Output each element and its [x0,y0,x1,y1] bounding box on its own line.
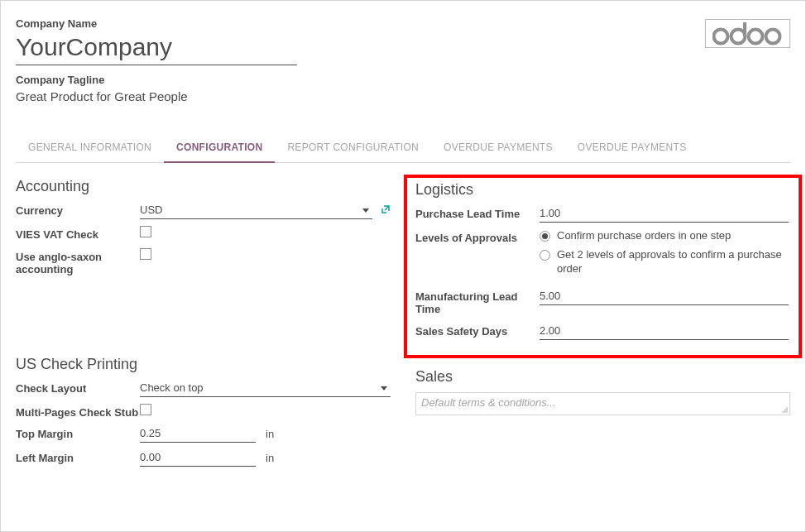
check-layout-label: Check Layout [16,380,140,395]
currency-select[interactable] [140,202,372,219]
sales-safety-input[interactable] [540,323,789,340]
tab-overdue-payments-1[interactable]: Overdue Payments [431,135,565,162]
tabs-bar: General Information Configuration Report… [16,120,790,163]
left-column: Accounting Currency VIES VAT Check [16,178,391,473]
accounting-title: Accounting [16,178,391,195]
check-layout-select[interactable] [140,380,391,397]
tab-overdue-payments-2[interactable]: Overdue Payments [565,135,699,162]
tab-general-information[interactable]: General Information [16,135,164,162]
vies-vat-checkbox[interactable] [140,226,151,237]
company-tagline-input[interactable] [16,88,347,105]
radio-unchecked-icon [540,250,550,261]
top-margin-input[interactable] [140,425,256,443]
svg-rect-4 [743,22,746,36]
odoo-logo [705,19,790,48]
sales-safety-row: Sales Safety Days [415,323,789,340]
purchase-lead-row: Purchase Lead Time [415,205,789,223]
anglo-saxon-label: Use anglo-saxon accounting [16,248,140,276]
default-terms-placeholder: Default terms & conditions... [421,396,556,409]
left-margin-row: Left Margin in [16,449,391,467]
svg-point-0 [714,30,728,44]
tab-configuration[interactable]: Configuration [164,135,275,163]
anglo-saxon-checkbox[interactable] [140,248,151,260]
svg-point-2 [766,30,780,44]
left-margin-unit: in [261,452,274,464]
check-printing-title: US Check Printing [16,356,391,373]
approval-option-two-levels[interactable]: Get 2 levels of approvals to confirm a p… [540,248,789,276]
levels-label: Levels of Approvals [415,229,540,245]
settings-columns: Accounting Currency VIES VAT Check [16,178,790,473]
multi-pages-checkbox[interactable] [140,404,151,415]
top-margin-row: Top Margin in [16,425,391,443]
left-margin-label: Left Margin [16,449,140,465]
right-column: Logistics Purchase Lead Time Levels of A… [415,178,790,473]
sales-safety-label: Sales Safety Days [415,323,540,338]
purchase-lead-label: Purchase Lead Time [415,205,540,221]
radio-checked-icon [540,231,550,242]
left-margin-input[interactable] [140,449,256,467]
company-settings-page: Company Name Company Tagline General Inf… [0,0,806,532]
tab-report-configuration[interactable]: Report Configuration [275,135,431,162]
svg-point-1 [749,30,763,44]
levels-row: Levels of Approvals Confirm purchase ord… [415,229,789,281]
currency-label: Currency [16,202,140,218]
logistics-title: Logistics [415,181,789,199]
anglo-saxon-row: Use anglo-saxon accounting [16,248,391,276]
vies-vat-row: VIES VAT Check [16,226,391,242]
default-terms-textarea[interactable]: Default terms & conditions... [415,392,790,415]
company-tagline-label: Company Tagline [16,74,790,86]
svg-point-3 [732,30,746,44]
manufacturing-lead-input[interactable] [540,288,789,305]
check-layout-row: Check Layout [16,380,391,397]
company-name-label: Company Name [16,17,790,30]
multi-pages-row: Multi-Pages Check Stub [16,404,391,419]
manufacturing-lead-row: Manufacturing Lead Time [415,288,789,316]
external-link-icon[interactable] [381,204,391,217]
approval-option-one-step[interactable]: Confirm purchase orders in one step [540,229,789,243]
top-margin-label: Top Margin [16,425,140,441]
manufacturing-lead-label: Manufacturing Lead Time [415,288,540,316]
multi-pages-label: Multi-Pages Check Stub [16,404,140,419]
logistics-highlight: Logistics Purchase Lead Time Levels of A… [404,175,802,358]
vies-vat-label: VIES VAT Check [16,226,140,242]
currency-row: Currency [16,202,391,219]
company-tagline-block: Company Tagline [16,74,790,105]
company-name-block: Company Name [16,17,790,65]
top-margin-unit: in [261,428,274,440]
resize-handle-icon[interactable] [780,405,789,414]
company-name-input[interactable] [16,31,297,65]
sales-title: Sales [415,368,790,386]
purchase-lead-input[interactable] [540,205,789,223]
